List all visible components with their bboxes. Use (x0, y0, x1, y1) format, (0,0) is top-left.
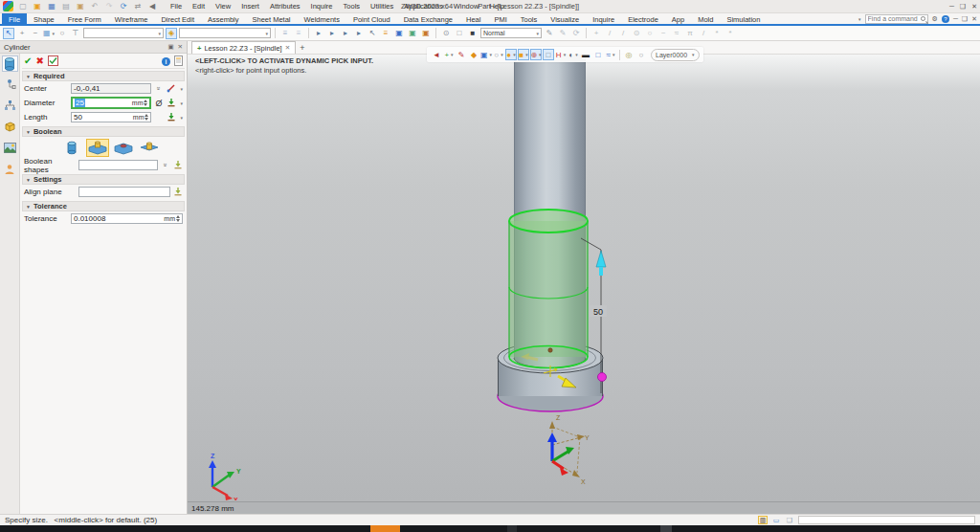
diameter-pick-icon[interactable] (166, 98, 176, 109)
swap-icon[interactable]: ⇄ (132, 1, 144, 12)
monitor-icon[interactable]: ▭ (771, 516, 781, 524)
point-pick-icon[interactable] (166, 83, 176, 95)
border-display-icon[interactable]: □ (592, 49, 604, 60)
length-dropdown-icon[interactable]: ▾ (180, 115, 183, 121)
pin-state-icon[interactable]: ▸ (313, 28, 324, 39)
new-file-icon[interactable]: ▢ (17, 1, 29, 12)
panel-close-icon[interactable]: ✕ (178, 43, 183, 51)
os-taskbar[interactable] (0, 525, 980, 532)
ribbon-tab-weldments[interactable]: Weldments (298, 13, 346, 24)
doc-state-icon[interactable]: □ (454, 28, 465, 39)
datum-tree-icon[interactable] (2, 77, 18, 93)
polyline-draw-icon[interactable]: / (617, 28, 629, 39)
save-icon[interactable]: ▦ (46, 1, 57, 12)
tolerance-input[interactable]: 0.010008 mm (71, 213, 183, 224)
cancel-button[interactable]: ✖ (35, 55, 43, 67)
appearance-icon[interactable]: ◐▾ (568, 49, 579, 60)
help-icon[interactable]: ? (942, 15, 949, 23)
point-draw-icon[interactable]: + (590, 28, 602, 39)
pin-face-icon[interactable]: ▸ (340, 28, 351, 39)
shape-cylinder-tab-icon[interactable] (2, 55, 18, 72)
pen-icon[interactable]: ✎ (544, 28, 555, 39)
pin-entity-icon[interactable]: ▸ (326, 28, 338, 39)
align-plane-input[interactable] (78, 187, 170, 197)
length-drag-arrow[interactable] (596, 251, 606, 267)
history-icon[interactable]: ⊙ (440, 28, 452, 39)
curve-display-icon[interactable]: ≈▾ (605, 49, 616, 60)
menu-item-window[interactable]: Window (449, 1, 484, 11)
segment-draw-icon[interactable]: / (698, 28, 709, 39)
drag-hand-icon[interactable]: * (711, 28, 723, 39)
required-section-header[interactable]: ▼Required (22, 71, 185, 81)
window-layout-icon[interactable]: ❑ (785, 516, 794, 524)
panel-toggle-icon[interactable]: ▥ (758, 516, 768, 524)
circle-draw-icon[interactable]: ○ (644, 28, 656, 39)
doc-close-icon[interactable]: ✕ (971, 15, 977, 23)
open-folder-icon[interactable]: ▣ (32, 1, 43, 12)
ribbon-tab-inquire[interactable]: Inquire (586, 13, 621, 24)
command-search-input[interactable] (868, 15, 919, 22)
close-button[interactable]: ✕ (971, 3, 977, 11)
length-input[interactable]: 50 mm (71, 112, 151, 122)
ribbon-tab-visualize[interactable]: Visualize (544, 13, 586, 24)
collapse-icon[interactable]: ◀ (146, 1, 158, 12)
layer-circle-icon[interactable]: ○ (635, 49, 647, 60)
section-view-icon[interactable]: H▾ (555, 49, 567, 60)
ok-button[interactable]: ✔ (24, 55, 32, 67)
taskbar-active-app[interactable] (370, 525, 400, 532)
layer-combo[interactable]: Layer0000 ▾ (651, 49, 700, 61)
tolerance-spinner[interactable] (176, 215, 180, 222)
center-input[interactable]: -0,-0,41 (71, 83, 151, 94)
folder-icon[interactable]: ▣ (75, 1, 86, 12)
arc-draw-icon[interactable]: ~ (657, 28, 669, 39)
ribbon-tab-tools[interactable]: Tools (514, 13, 545, 24)
diameter-symbol-button[interactable]: Ø (153, 99, 164, 108)
menu-item-tools[interactable]: Tools (339, 1, 366, 11)
ribbon-tab-pmi[interactable]: PMI (487, 13, 513, 24)
ribbon-tab-simulation[interactable]: Simulation (720, 13, 767, 24)
length-pick-icon[interactable] (166, 112, 176, 123)
face-shade-icon[interactable]: ■▾ (518, 49, 529, 60)
pen-width-icon[interactable]: ⟳ (570, 28, 582, 39)
align-horizontal-icon[interactable]: ≡ (279, 28, 291, 39)
boolean-section-header[interactable]: ▼Boolean (22, 126, 185, 137)
align-vertical-icon[interactable]: ≡ (293, 28, 304, 39)
render-image-icon[interactable] (2, 140, 18, 156)
filter-target-icon[interactable]: ◈ (166, 28, 177, 39)
ribbon-tab-wireframe[interactable]: Wireframe (108, 13, 155, 24)
radius-drag-handle[interactable] (598, 373, 607, 382)
ribbon-tab-heal[interactable]: Heal (459, 13, 487, 24)
new-tab-button[interactable]: + (300, 43, 304, 54)
menu-item-help[interactable]: Help (484, 1, 508, 11)
black-box-icon[interactable]: ■ (467, 28, 479, 39)
lasso-pick-icon[interactable]: ○ (56, 28, 68, 39)
diameter-spinner[interactable] (144, 100, 147, 106)
doc-minimize-icon[interactable]: ─ (953, 15, 958, 22)
pointer-mode-icon[interactable]: ↖ (367, 28, 378, 39)
pick-style-icon[interactable]: +▾ (443, 49, 455, 60)
boolean-base-icon[interactable] (60, 139, 83, 157)
settings-gear-icon[interactable]: ⚙ (932, 15, 938, 23)
print-icon[interactable]: ▤ (60, 1, 72, 12)
status-input[interactable] (798, 516, 975, 524)
ribbon-tab-data-exchange[interactable]: Data Exchange (397, 13, 459, 24)
view-orient-icon[interactable]: ▣▾ (480, 49, 492, 60)
diameter-input[interactable]: 25 mm (71, 97, 151, 109)
document-tab[interactable]: + Lesson 22.Z3 - [Spindle] ✕ (191, 41, 296, 54)
taskbar-item[interactable] (507, 525, 517, 532)
menu-item-attributes[interactable]: Attributes (265, 1, 305, 11)
half-display-icon[interactable]: □ (543, 49, 554, 60)
rotate-target-icon[interactable]: ⊕▾ (530, 49, 542, 60)
menu-item-applications[interactable]: Applications (399, 1, 447, 11)
regen-icon[interactable]: ⟳ (118, 1, 129, 12)
viewport-canvas[interactable]: <LEFT-CLICK> TO ACTIVATE DYNAMIC PICK IN… (188, 55, 980, 501)
filter-combo[interactable]: ▾ (83, 28, 164, 38)
pi-curve-icon[interactable]: π (684, 28, 696, 39)
center-dropdown-icon[interactable]: ▾ (180, 86, 183, 92)
menu-item-view[interactable]: View (211, 1, 235, 11)
pen-color-icon[interactable]: ✎ (557, 28, 568, 39)
ribbon-tab-file[interactable]: File (2, 13, 27, 24)
image-plane-icon[interactable]: ▦▾ (43, 28, 55, 39)
solid-box-icon[interactable] (2, 119, 18, 135)
ribbon-tab-app[interactable]: App (665, 13, 691, 24)
